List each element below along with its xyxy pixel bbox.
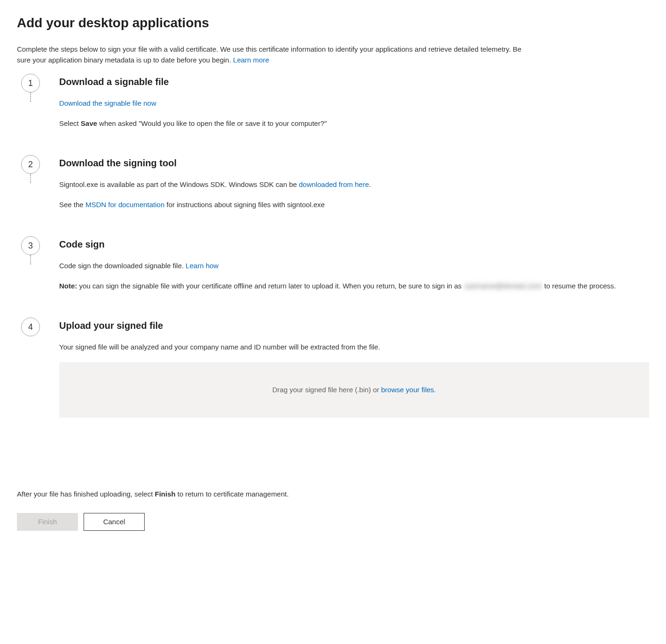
- step-3-note-a: you can sign the signable file with your…: [77, 282, 464, 290]
- step-4-body: Upload your signed file Your signed file…: [44, 318, 649, 418]
- after-upload-a: After your file has finished uploading, …: [17, 490, 155, 498]
- steps-container: 1 Download a signable file Download the …: [17, 74, 649, 433]
- step-4-description: Your signed file will be analyzed and yo…: [59, 342, 649, 353]
- dropzone-text-a: Drag your signed file here (.bin) or: [272, 386, 381, 394]
- step-3-body: Code sign Code sign the downloaded signa…: [44, 236, 649, 291]
- download-sdk-link[interactable]: downloaded from here: [299, 180, 369, 188]
- step-1-body: Download a signable file Download the si…: [44, 74, 649, 129]
- step-1-save-word: Save: [81, 119, 97, 127]
- browse-files-link[interactable]: browse your files: [381, 386, 434, 394]
- msdn-docs-link[interactable]: MSDN for documentation: [85, 201, 164, 209]
- step-3-number: 3: [21, 236, 40, 255]
- step-4: 4 Upload your signed file Your signed fi…: [17, 318, 649, 433]
- learn-more-link[interactable]: Learn more: [233, 56, 269, 64]
- after-upload-c: to return to certificate management.: [176, 490, 289, 498]
- step-connector: [30, 255, 31, 264]
- step-1-marker: 1: [17, 74, 44, 93]
- intro-text: Complete the steps below to sign your fi…: [17, 44, 534, 65]
- step-3-redacted-email: username@domain.com: [464, 281, 542, 292]
- step-2-p2: See the MSDN for documentation for instr…: [59, 200, 649, 210]
- step-1: 1 Download a signable file Download the …: [17, 74, 649, 155]
- file-dropzone[interactable]: Drag your signed file here (.bin) or bro…: [59, 362, 649, 418]
- step-connector: [30, 93, 31, 102]
- finish-button: Finish: [17, 513, 78, 531]
- step-1-text-a: Select: [59, 119, 81, 127]
- intro-body: Complete the steps below to sign your fi…: [17, 45, 521, 64]
- step-1-title: Download a signable file: [59, 75, 649, 89]
- after-upload-text: After your file has finished uploading, …: [17, 489, 649, 500]
- step-3-note: Note: you can sign the signable file wit…: [59, 281, 649, 292]
- step-2-marker: 2: [17, 155, 44, 174]
- step-2-title: Download the signing tool: [59, 156, 649, 170]
- step-3-note-label: Note:: [59, 282, 77, 290]
- cancel-button[interactable]: Cancel: [84, 513, 145, 531]
- after-upload-finish-word: Finish: [155, 490, 176, 498]
- step-2: 2 Download the signing tool Signtool.exe…: [17, 155, 649, 236]
- step-3-note-b: to resume the process.: [542, 282, 616, 290]
- step-2-body: Download the signing tool Signtool.exe i…: [44, 155, 649, 210]
- step-connector: [30, 174, 31, 183]
- step-2-p1: Signtool.exe is available as part of the…: [59, 179, 649, 190]
- step-3-p1: Code sign the downloaded signable file. …: [59, 261, 649, 272]
- download-signable-file-link[interactable]: Download the signable file now: [59, 99, 156, 107]
- step-4-number: 4: [21, 318, 40, 336]
- step-2-p2-a: See the: [59, 201, 85, 209]
- step-2-p2-b: for instructions about signing files wit…: [164, 201, 325, 209]
- step-2-number: 2: [21, 155, 40, 174]
- step-1-number: 1: [21, 74, 40, 93]
- step-3-marker: 3: [17, 236, 44, 255]
- dropzone-text-b: .: [434, 386, 436, 394]
- step-2-p1-b: .: [369, 180, 371, 188]
- step-3-p1-a: Code sign the downloaded signable file.: [59, 262, 186, 270]
- learn-how-link[interactable]: Learn how: [186, 262, 218, 270]
- button-row: Finish Cancel: [17, 513, 649, 531]
- step-3-title: Code sign: [59, 237, 649, 251]
- step-4-title: Upload your signed file: [59, 318, 649, 333]
- step-4-marker: 4: [17, 318, 44, 336]
- step-1-text-c: when asked "Would you like to open the f…: [97, 119, 327, 127]
- step-1-instruction: Select Save when asked "Would you like t…: [59, 118, 649, 129]
- page-title: Add your desktop applications: [17, 13, 649, 33]
- step-3: 3 Code sign Code sign the downloaded sig…: [17, 236, 649, 318]
- step-2-p1-a: Signtool.exe is available as part of the…: [59, 180, 299, 188]
